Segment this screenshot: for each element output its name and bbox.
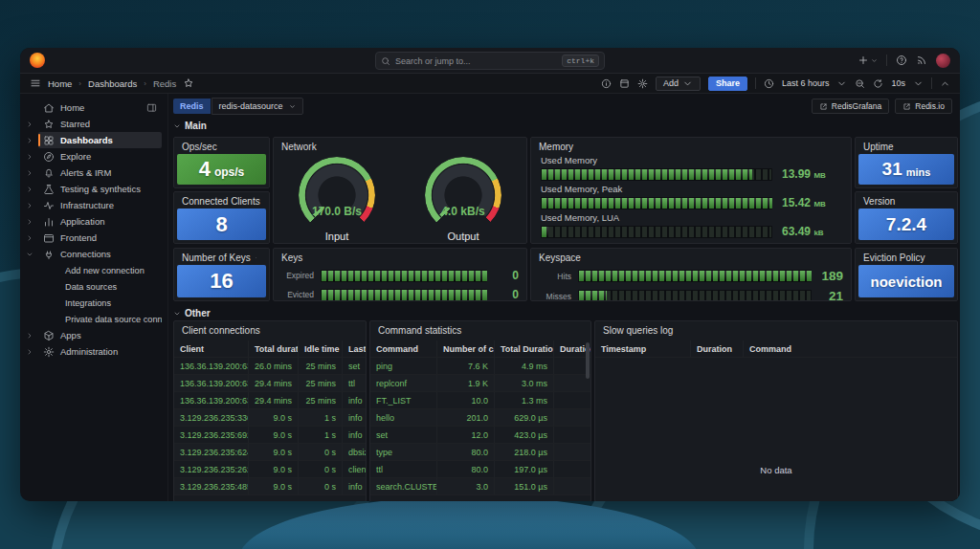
table-cell	[554, 409, 590, 426]
panel-title[interactable]: Ops/sec	[174, 138, 269, 154]
panel-title[interactable]: Slow queries log	[595, 321, 957, 338]
menu-icon[interactable]	[30, 77, 41, 89]
chevron-right-icon[interactable]	[26, 137, 38, 144]
scrollbar[interactable]	[586, 342, 590, 379]
column-header-client[interactable]: Client	[174, 340, 249, 357]
column-header-last-command[interactable]: Last command	[343, 340, 366, 357]
sidebar-item-data-sources[interactable]: Data sources	[20, 278, 167, 295]
chevron-right-icon[interactable]	[26, 202, 38, 209]
dashboard-insights-icon[interactable]	[601, 78, 612, 89]
table-row[interactable]: search.CLUSTER3.0151.0 µs	[370, 478, 590, 495]
chevron-right-icon[interactable]	[26, 153, 38, 161]
table-row[interactable]: ping7.6 K4.9 ms	[370, 358, 590, 375]
chevron-right-icon[interactable]	[26, 218, 38, 226]
panel-keyspace: Keyspace Hits189Misses21	[530, 248, 852, 301]
add-button[interactable]: Add	[656, 77, 701, 91]
sidebar-item-explore[interactable]: Explore	[20, 148, 167, 165]
chevron-right-icon[interactable]	[26, 348, 38, 356]
help-icon[interactable]	[896, 55, 907, 66]
chevron-right-icon[interactable]	[26, 234, 38, 242]
table-row[interactable]: 136.36.139.200:6329.4 mins25 minsinfo	[174, 392, 366, 409]
breadcrumb-dashboards[interactable]: Dashboards	[88, 78, 137, 89]
datasource-picker[interactable]: redis-datasource	[212, 98, 303, 115]
panel-menu-icon[interactable]	[260, 253, 261, 263]
panel-title[interactable]: Keyspace	[531, 249, 851, 265]
collapse-toolbar-icon[interactable]	[940, 78, 950, 89]
panel-title[interactable]: Connected Clients	[174, 192, 269, 209]
column-header-command[interactable]: Command	[744, 340, 957, 357]
table-row[interactable]: replconf1.9 K3.0 ms	[370, 375, 590, 392]
link-redisgrafana[interactable]: RedisGrafana	[812, 99, 889, 114]
column-header-command[interactable]: Command	[370, 340, 437, 357]
column-header-idle-time[interactable]: Idle time↓	[299, 340, 343, 357]
panel-title[interactable]: Command statistics	[370, 321, 590, 338]
column-header-total-duration[interactable]: Total duration	[249, 340, 299, 357]
column-header-duration[interactable]: Duration	[691, 340, 744, 357]
news-icon[interactable]	[916, 55, 927, 66]
sidebar-item-administration[interactable]: Administration	[20, 343, 167, 360]
chevron-right-icon[interactable]	[26, 121, 38, 128]
table-row[interactable]: set12.0423.0 µs	[370, 427, 590, 444]
sidebar-item-testing-synthetics[interactable]: Testing & synthetics	[20, 181, 167, 197]
zoom-out-icon[interactable]	[855, 78, 865, 89]
refresh-interval-picker[interactable]: 10s	[891, 78, 905, 88]
table-row[interactable]: 136.36.139.200:6329.4 mins25 minsttl	[174, 375, 366, 392]
table-row[interactable]: FT._LIST10.01.3 ms	[370, 392, 590, 409]
chevron-down-icon[interactable]	[836, 78, 847, 89]
grafana-logo-icon[interactable]	[30, 53, 45, 68]
sidebar-item-private-data-source-connect[interactable]: Private data source connect	[20, 311, 167, 327]
chevron-right-icon[interactable]	[26, 169, 38, 177]
table-row[interactable]: 3.129.236.235:3369.0 s1 sinfo	[174, 409, 366, 427]
sidebar-item-starred[interactable]: Starred	[20, 116, 167, 132]
favorite-star-icon[interactable]	[183, 77, 194, 89]
table-row[interactable]: 3.129.236.235:4859.0 s0 sinfo	[174, 478, 366, 495]
save-dashboard-icon[interactable]	[619, 78, 630, 89]
move-panel-icon[interactable]	[256, 253, 256, 263]
sidebar-item-apps[interactable]: Apps	[20, 327, 167, 343]
panel-title[interactable]: Client connections	[174, 321, 366, 338]
table-row[interactable]: hello201.0629.0 µs	[370, 409, 590, 427]
chevron-down-icon[interactable]	[913, 78, 924, 89]
sidebar-item-connections[interactable]: Connections	[20, 246, 167, 262]
refresh-icon[interactable]	[873, 78, 883, 89]
search-input[interactable]: Search or jump to... ctrl+k	[375, 52, 605, 70]
panel-title[interactable]: Version	[856, 192, 957, 209]
link-redis-io[interactable]: Redis.io	[895, 99, 952, 114]
breadcrumb-redis[interactable]: Redis	[153, 78, 176, 89]
sidebar-item-dashboards[interactable]: Dashboards	[20, 132, 167, 148]
time-range-picker[interactable]: Last 6 hours	[782, 78, 830, 88]
new-button[interactable]	[858, 55, 878, 66]
chevron-right-icon[interactable]	[26, 186, 38, 193]
column-header-total-duration[interactable]: Total Duration↓	[495, 340, 554, 357]
column-header-timestamp[interactable]: Timestamp	[595, 340, 691, 357]
panel-title[interactable]: Number of Keys	[182, 253, 251, 263]
sidebar-item-add-new-connection[interactable]: Add new connection	[20, 262, 167, 278]
panel-title[interactable]: Memory	[531, 138, 851, 154]
table-row[interactable]: 136.36.139.200:6326.0 mins25 minsset	[174, 358, 366, 375]
chevron-down-icon[interactable]	[26, 251, 38, 258]
table-row[interactable]: type80.0218.0 µs	[370, 444, 590, 461]
panel-right-icon[interactable]	[146, 102, 157, 113]
table-row[interactable]: ttl80.0197.0 µs	[370, 461, 590, 478]
section-other[interactable]: Other	[173, 308, 211, 318]
avatar[interactable]	[936, 54, 950, 68]
sidebar-item-application[interactable]: Application	[20, 213, 167, 230]
table-row[interactable]: 3.129.236.235:6929.0 s1 sinfo	[174, 427, 366, 444]
panel-title[interactable]: Uptime	[856, 138, 957, 154]
section-main[interactable]: Main	[173, 121, 207, 131]
sidebar-item-alerts-irm[interactable]: Alerts & IRM	[20, 165, 167, 181]
panel-title[interactable]: Eviction Policy	[856, 249, 957, 265]
gauge-value: 170.0 B/s	[275, 205, 399, 218]
column-header-number-of-calls[interactable]: Number of calls	[437, 340, 495, 357]
dashboard-settings-icon[interactable]	[637, 78, 648, 89]
panel-title[interactable]: Keys	[274, 249, 526, 265]
sidebar-item-infrastructure[interactable]: Infrastructure	[20, 197, 167, 213]
sidebar-item-frontend[interactable]: Frontend	[20, 230, 167, 246]
sidebar-item-home[interactable]: Home	[20, 99, 167, 116]
share-button[interactable]: Share	[708, 77, 747, 91]
sidebar-item-integrations[interactable]: Integrations	[20, 295, 167, 311]
table-row[interactable]: 3.129.236.235:2629.0 s0 sclient|i	[174, 461, 366, 478]
breadcrumb-home[interactable]: Home	[48, 78, 72, 89]
table-row[interactable]: 3.129.236.235:6249.0 s0 sdbsize	[174, 444, 366, 461]
chevron-right-icon[interactable]	[26, 332, 38, 340]
